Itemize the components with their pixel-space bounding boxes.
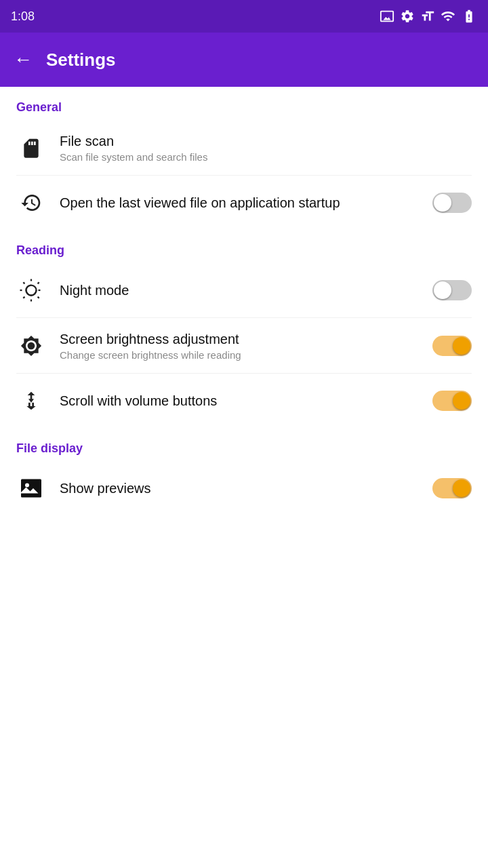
toggle-open-last[interactable]: [432, 193, 472, 213]
scroll-volume-title: Scroll with volume buttons: [60, 392, 419, 410]
night-mode-text: Night mode: [60, 281, 419, 299]
scroll-volume-text: Scroll with volume buttons: [60, 392, 419, 410]
settings-item-night-mode[interactable]: Night mode: [0, 263, 488, 317]
toggle-night-mode[interactable]: [432, 280, 472, 300]
show-previews-title: Show previews: [60, 479, 419, 497]
toolbar: ← Settings: [0, 33, 488, 87]
section-file-display: File display Show previews: [0, 428, 488, 515]
settings-item-show-previews[interactable]: Show previews: [0, 461, 488, 515]
section-reading-header: Reading: [0, 230, 488, 263]
file-scan-subtitle: Scan file system and search files: [60, 151, 472, 163]
settings-status-icon: [400, 9, 415, 24]
toggle-brightness[interactable]: [432, 336, 472, 356]
open-last-text: Open the last viewed file on application…: [60, 194, 419, 212]
section-reading: Reading Night mode: [0, 230, 488, 428]
toggle-scroll-volume-knob: [453, 392, 470, 410]
history-icon: [16, 188, 46, 218]
section-general: General File scan Scan file system and s…: [0, 87, 488, 230]
settings-item-scroll-volume[interactable]: Scroll with volume buttons: [0, 374, 488, 428]
show-previews-text: Show previews: [60, 479, 419, 497]
brightness-subtitle: Change screen brightness while reading: [60, 349, 419, 361]
status-icons: [380, 9, 477, 24]
toggle-show-previews-knob: [453, 479, 470, 497]
image-preview-icon: [16, 473, 46, 503]
open-last-title: Open the last viewed file on application…: [60, 194, 419, 212]
page-title: Settings: [46, 50, 116, 71]
font-status-icon: [420, 9, 435, 24]
toggle-night-mode-knob: [434, 281, 451, 299]
section-file-display-header: File display: [0, 428, 488, 461]
svg-line-8: [23, 297, 24, 298]
image-status-icon: [380, 9, 394, 24]
toggle-open-last-knob: [434, 194, 451, 212]
status-time: 1:08: [11, 9, 35, 24]
status-bar: 1:08: [0, 0, 488, 33]
settings-item-open-last[interactable]: Open the last viewed file on application…: [0, 176, 488, 230]
settings-item-brightness[interactable]: Screen brightness adjustment Change scre…: [0, 318, 488, 373]
svg-line-5: [23, 282, 24, 283]
svg-line-6: [38, 282, 39, 283]
battery-status-icon: [461, 9, 477, 24]
svg-point-10: [25, 484, 29, 488]
svg-line-7: [38, 297, 39, 298]
brightness-icon: [16, 331, 46, 361]
svg-rect-9: [21, 479, 41, 498]
back-button[interactable]: ←: [14, 49, 33, 71]
brightness-text: Screen brightness adjustment Change scre…: [60, 330, 419, 361]
night-mode-title: Night mode: [60, 281, 419, 299]
section-general-header: General: [0, 87, 488, 120]
file-scan-text: File scan Scan file system and search fi…: [60, 132, 472, 163]
brightness-title: Screen brightness adjustment: [60, 330, 419, 348]
sd-card-icon: [16, 133, 46, 163]
file-scan-title: File scan: [60, 132, 472, 150]
wifi-status-icon: [441, 9, 455, 24]
toggle-scroll-volume[interactable]: [432, 391, 472, 411]
toggle-show-previews[interactable]: [432, 478, 472, 498]
settings-item-file-scan[interactable]: File scan Scan file system and search fi…: [0, 120, 488, 175]
night-mode-icon: [16, 275, 46, 305]
toggle-brightness-knob: [453, 337, 470, 355]
scroll-volume-icon: [16, 386, 46, 416]
